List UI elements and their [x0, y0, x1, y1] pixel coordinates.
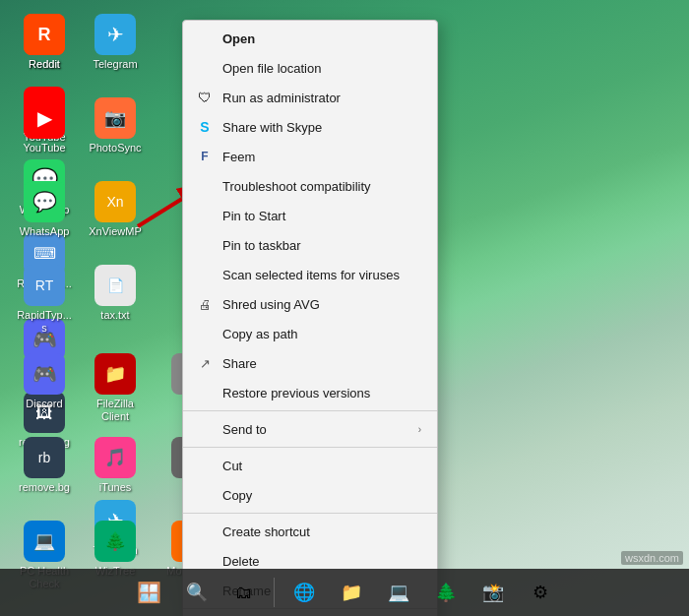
context-menu: Open Open file location 🛡 Run as adminis… — [182, 20, 438, 616]
copy-path-icon — [195, 324, 215, 343]
taskbar-explorer-button[interactable]: 📁 — [330, 571, 373, 614]
separator-3 — [183, 513, 437, 514]
copy-path-label: Copy as path — [222, 327, 421, 341]
menu-item-scan-viruses[interactable]: Scan selected items for viruses — [183, 260, 437, 289]
watermark: wsxdn.com — [621, 551, 683, 565]
taskbar-search-button[interactable]: 🔍 — [175, 571, 219, 614]
troubleshoot-label: Troubleshoot compatibility — [222, 179, 421, 194]
rapidtyping-box-icon: RT — [24, 265, 65, 306]
separator-2 — [183, 447, 437, 448]
menu-item-share[interactable]: ↗ Share — [183, 348, 437, 378]
run-as-admin-icon: 🛡 — [195, 88, 215, 107]
wiztree-box-icon: 🌲 — [94, 521, 136, 562]
scan-viruses-label: Scan selected items for viruses — [222, 268, 421, 282]
scan-viruses-icon — [195, 265, 215, 284]
icon-filezilla[interactable]: 📁 FileZilla Client — [81, 349, 150, 427]
taskbar-divider — [274, 578, 275, 607]
icon-itunes[interactable]: 🎵 iTunes — [81, 433, 150, 498]
copy-label: Copy — [222, 488, 421, 503]
delete-label: Delete — [222, 554, 421, 569]
cut-label: Cut — [222, 459, 421, 473]
discord-box-icon: 🎮 — [24, 353, 65, 395]
open-icon — [195, 29, 215, 48]
removebg-box-icon: rb — [24, 437, 65, 478]
photosync-box-icon: 📷 — [94, 97, 136, 139]
menu-item-pin-taskbar[interactable]: Pin to taskbar — [183, 230, 437, 260]
icon-telegram[interactable]: ✈ Telegram — [81, 10, 150, 75]
menu-item-open-file-location[interactable]: Open file location — [183, 53, 437, 83]
pin-start-label: Pin to Start — [222, 209, 421, 223]
menu-item-open[interactable]: Open — [183, 24, 437, 53]
pin-taskbar-label: Pin to taskbar — [222, 238, 421, 253]
create-shortcut-label: Create shortcut — [222, 524, 421, 539]
taskbar-pchealth-button[interactable]: 💻 — [377, 571, 420, 614]
shred-avg-label: Shred using AVG — [222, 297, 421, 312]
open-file-location-label: Open file location — [222, 61, 421, 76]
youtube-box-icon: ▶ — [24, 97, 65, 139]
share-skype-label: Share with Skype — [222, 120, 421, 135]
taskbar: 🪟 🔍 🗂 🌐 📁 💻 🌲 📸 ⚙ — [0, 569, 689, 616]
menu-item-cut[interactable]: Cut — [183, 451, 437, 480]
taskbar-monosnap-button[interactable]: 📸 — [471, 571, 515, 614]
copy-icon — [195, 485, 215, 505]
printer-icon: 🖨 — [195, 294, 215, 314]
icon-taxtxt[interactable]: 📄 tax.txt — [81, 261, 150, 326]
create-shortcut-icon — [195, 522, 215, 541]
menu-item-send-to[interactable]: Send to › — [183, 414, 437, 444]
pin-taskbar-icon — [195, 235, 215, 255]
run-as-admin-label: Run as administrator — [222, 91, 421, 105]
open-file-location-icon — [195, 58, 215, 78]
menu-item-troubleshoot[interactable]: Troubleshoot compatibility — [183, 171, 437, 201]
whatsapp-box-icon: 💬 — [24, 181, 65, 222]
menu-item-share-skype[interactable]: S Share with Skype — [183, 112, 437, 142]
taskbar-controlpanel-button[interactable]: ⚙ — [519, 571, 562, 614]
reddit-box-icon: R — [24, 14, 65, 55]
icon-rapidtyping[interactable]: RT RapidTyp...s — [10, 261, 79, 339]
send-to-label: Send to — [222, 422, 418, 437]
telegram-box-icon: ✈ — [94, 14, 136, 55]
icon-discord[interactable]: 🎮 Discord — [10, 349, 79, 414]
icon-photosync[interactable]: 📷 PhotoSync — [81, 93, 150, 158]
menu-item-feem[interactable]: F Feem — [183, 142, 437, 171]
pchealth-box-icon: 💻 — [24, 521, 65, 562]
feem-icon: F — [195, 147, 215, 166]
itunes-box-icon: 🎵 — [94, 437, 136, 478]
desktop: R Reddit ▶ YouTube 💬 WhatsApp ⌨ RapidTyp… — [0, 0, 689, 616]
filezilla-box-icon: 📁 — [94, 353, 136, 395]
menu-item-restore-prev[interactable]: Restore previous versions — [183, 378, 437, 407]
share-label: Share — [222, 356, 421, 371]
icon-removebg[interactable]: rb remove.bg — [10, 433, 79, 498]
icon-reddit[interactable]: R Reddit — [10, 10, 79, 75]
taskbar-taskview-button[interactable]: 🗂 — [222, 571, 266, 614]
menu-item-run-as-admin[interactable]: 🛡 Run as administrator — [183, 83, 437, 112]
skype-icon: S — [195, 117, 215, 137]
menu-item-create-shortcut[interactable]: Create shortcut — [183, 517, 437, 546]
cut-icon — [195, 456, 215, 475]
feem-label: Feem — [222, 150, 421, 164]
icon-youtube[interactable]: ▶ YouTube — [10, 93, 79, 158]
menu-item-pin-start[interactable]: Pin to Start — [183, 201, 437, 230]
restore-prev-label: Restore previous versions — [222, 386, 421, 400]
open-label: Open — [222, 31, 421, 46]
separator-1 — [183, 410, 437, 411]
restore-prev-icon — [195, 383, 215, 402]
menu-item-copy-path[interactable]: Copy as path — [183, 319, 437, 348]
send-to-icon — [195, 419, 215, 439]
send-to-arrow: › — [418, 424, 421, 435]
taskbar-wiztree-button[interactable]: 🌲 — [424, 571, 468, 614]
menu-item-copy[interactable]: Copy — [183, 480, 437, 510]
menu-item-shred-avg[interactable]: 🖨 Shred using AVG — [183, 289, 437, 319]
share-icon: ↗ — [195, 353, 215, 373]
icon-whatsapp[interactable]: 💬 WhatsApp — [10, 177, 79, 242]
taskbar-icon-group: 🪟 🔍 🗂 🌐 📁 💻 🌲 📸 ⚙ — [128, 571, 562, 614]
delete-icon — [195, 551, 215, 571]
svg-line-1 — [138, 199, 182, 226]
taskbar-start-button[interactable]: 🪟 — [128, 571, 171, 614]
troubleshoot-icon — [195, 176, 215, 196]
taxtxt-box-icon: 📄 — [94, 265, 136, 306]
taskbar-edge-button[interactable]: 🌐 — [282, 571, 326, 614]
pin-start-icon — [195, 206, 215, 225]
